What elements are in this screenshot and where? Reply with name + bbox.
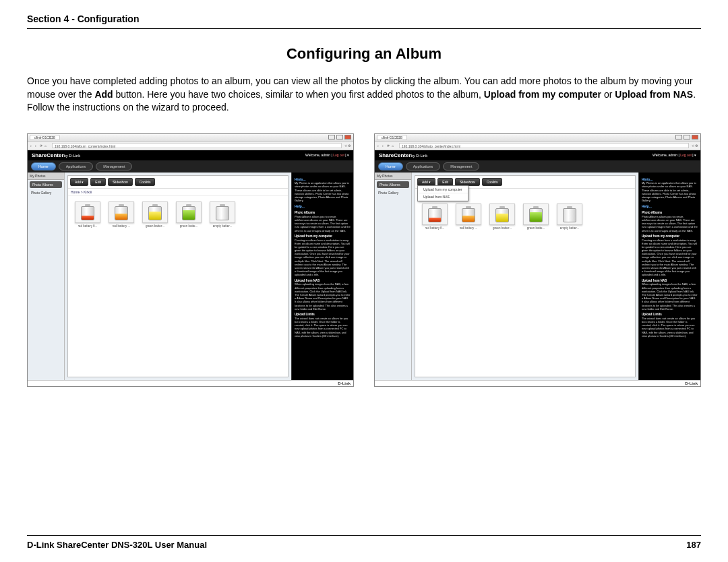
thumb-1[interactable]: red battery fi... xyxy=(421,204,449,230)
sidebar: My Photos Photo Albums Photo Gallery xyxy=(375,173,412,380)
welcome-text: Welcome, admin | xyxy=(653,153,680,157)
welcome-text: Welcome, admin | xyxy=(305,153,333,157)
url-field: 192.168.0.104/album_content/index.html xyxy=(52,143,342,148)
tab-home[interactable]: Home xyxy=(378,162,403,170)
tab-applications[interactable]: Applications xyxy=(406,162,441,170)
upld-body: The wizard does not create an album for … xyxy=(295,317,348,338)
nav-tabs: Home Applications Management xyxy=(28,160,353,173)
help-heading: Help... xyxy=(642,204,698,209)
sidebar-header: My Photos xyxy=(375,173,411,180)
dropdown-upload-computer[interactable]: Upload from my computer xyxy=(418,186,468,193)
add-dropdown: Upload from my computer Upload from NAS xyxy=(417,185,468,201)
add-bold: Add xyxy=(94,89,113,100)
logout-link[interactable]: Log out xyxy=(333,153,344,157)
tab-applications[interactable]: Applications xyxy=(59,162,94,170)
sidebar: My Photos Photo Albums Photo Gallery xyxy=(28,173,65,380)
edit-button[interactable]: Edit xyxy=(90,178,106,186)
help-heading: Help... xyxy=(295,204,351,209)
upc-body2: You will be guided to a new window. Here… xyxy=(642,242,697,277)
tab-management[interactable]: Management xyxy=(443,162,479,170)
browser-tab: dlink-D1CB28 xyxy=(30,135,60,140)
pa-body: Photo Albums allows you to create, add/r… xyxy=(642,215,698,232)
nav-tabs: Home Applications Management xyxy=(375,160,700,173)
opt1-bold: Upload from my computer xyxy=(484,89,601,100)
address-bar: ‹›⟳⌂ 192.168.0.104/photo_center/index.ht… xyxy=(375,142,700,150)
footer-page: 187 xyxy=(686,540,701,550)
toolbar: Add ▾ Edit Slideshow Cooliris xyxy=(68,176,288,189)
thumb-2[interactable]: red battery ... xyxy=(454,204,483,230)
tab-home[interactable]: Home xyxy=(31,162,56,170)
thumb-4[interactable]: green batte... xyxy=(175,201,203,228)
section-label: Section 4 - Configuration xyxy=(27,13,701,24)
thumb-4[interactable]: green batte... xyxy=(522,204,550,230)
footer-manual: D-Link ShareCenter DNS-320L User Manual xyxy=(27,540,207,550)
body-paragraph: Once you have completed adding photos to… xyxy=(27,75,701,115)
page-title: Configuring an Album xyxy=(27,45,701,63)
window-controls xyxy=(675,135,698,139)
upld-body: The wizard does not create an album for … xyxy=(642,317,695,338)
help-panel: Hints... My Photos is an application tha… xyxy=(291,173,353,380)
text: or xyxy=(601,89,615,100)
help-panel: Hints... My Photos is an application tha… xyxy=(638,173,700,380)
opt2-bold: Upload from NAS xyxy=(615,89,693,100)
header-rule xyxy=(27,28,701,29)
thumb-5[interactable]: empty batter... xyxy=(208,201,237,228)
footer-brand: D-Link xyxy=(375,380,700,386)
sidebar-item-albums[interactable]: Photo Albums xyxy=(30,181,62,188)
upc-body2: You will be guided to a new window. Here… xyxy=(295,242,350,277)
thumb-3[interactable]: green batter... xyxy=(141,201,169,228)
dropdown-upload-nas[interactable]: Upload from NAS xyxy=(418,193,468,201)
thumbnail-grid: red battery fi... red battery ... green … xyxy=(68,196,288,233)
window-titlebar: dlink-D1CB28 xyxy=(375,134,700,142)
breadcrumb: Home > Kirkiii xyxy=(68,189,288,196)
window-titlebar: dlink-D1CB28 xyxy=(28,134,353,142)
main-panel: Add ▾ Edit Slideshow Cooliris Home > Kir… xyxy=(67,175,289,377)
footer-brand: D-Link xyxy=(28,380,353,386)
app-header: ShareCenterby D-Link Welcome, admin | Lo… xyxy=(375,150,700,160)
thumb-2[interactable]: red battery ... xyxy=(107,201,135,228)
slideshow-button[interactable]: Slideshow xyxy=(108,178,133,186)
logout-link[interactable]: Log out xyxy=(680,153,692,157)
main-panel: Add ▾ Edit Slideshow Cooliris Upload fro… xyxy=(415,175,636,377)
sidebar-item-gallery[interactable]: Photo Gallery xyxy=(28,189,64,196)
url-field: 192.168.0.104/photo_center/index.html xyxy=(399,143,689,148)
toolbar: Add ▾ Edit Slideshow Cooliris Upload fro… xyxy=(415,176,635,189)
browser-tab: dlink-D1CB28 xyxy=(377,135,407,140)
brand: ShareCenter xyxy=(379,152,411,158)
screenshot-2: dlink-D1CB28 ‹›⟳⌂ 192.168.0.104/photo_ce… xyxy=(374,133,701,387)
brand: ShareCenter xyxy=(32,152,64,158)
sidebar-item-gallery[interactable]: Photo Gallery xyxy=(375,189,411,196)
sidebar-header: My Photos xyxy=(28,173,64,180)
upn-body: When uploading images from the NAS, a fe… xyxy=(295,282,351,310)
cooliris-button[interactable]: Cooliris xyxy=(135,178,156,186)
window-controls xyxy=(328,135,351,139)
hints-body: My Photos is an application that allows … xyxy=(642,181,696,202)
tab-management[interactable]: Management xyxy=(96,162,132,170)
pa-body: Photo Albums allows you to create, add/r… xyxy=(295,215,351,232)
app-header: ShareCenterby D-Link Welcome, admin | Lo… xyxy=(28,150,353,160)
text: button. Here you have two choices, simil… xyxy=(113,89,484,100)
thumb-3[interactable]: green batter... xyxy=(488,204,516,230)
upn-body: When uploading images from the NAS, a fe… xyxy=(642,282,698,310)
sidebar-item-albums[interactable]: Photo Albums xyxy=(377,181,409,188)
thumb-1[interactable]: red battery fi... xyxy=(73,201,102,228)
brand-sub: by D-Link xyxy=(411,154,428,158)
thumb-5[interactable]: empty batter... xyxy=(555,204,584,230)
cooliris-button[interactable]: Cooliris xyxy=(482,178,503,186)
address-bar: ‹›⟳⌂ 192.168.0.104/album_content/index.h… xyxy=(28,142,353,150)
brand-sub: by D-Link xyxy=(64,154,81,158)
add-button[interactable]: Add ▾ xyxy=(70,178,88,186)
page-footer: D-Link ShareCenter DNS-320L User Manual … xyxy=(27,535,701,550)
screenshot-1: dlink-D1CB28 ‹›⟳⌂ 192.168.0.104/album_co… xyxy=(27,133,354,387)
hints-body: My Photos is an application that allows … xyxy=(295,181,349,202)
